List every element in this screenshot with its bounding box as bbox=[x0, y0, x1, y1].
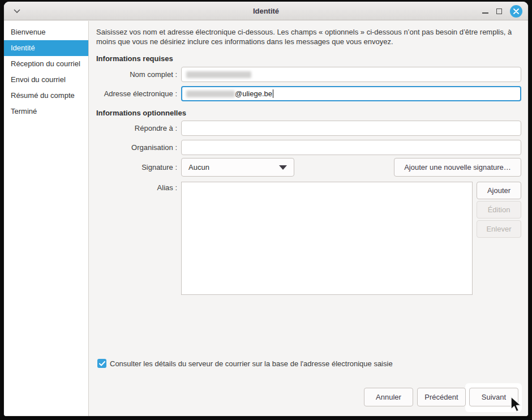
full-name-label: Nom complet : bbox=[92, 70, 177, 79]
email-domain-text: @uliege.be bbox=[235, 89, 272, 98]
section-optional-heading: Informations optionnelles bbox=[96, 109, 186, 117]
sidebar-item-termine[interactable]: Terminé bbox=[4, 104, 88, 119]
window-controls bbox=[482, 2, 522, 20]
alias-add-button[interactable]: Ajouter bbox=[477, 182, 521, 199]
signature-label: Signature : bbox=[92, 163, 177, 172]
text-caret bbox=[273, 89, 273, 98]
checkmark-icon bbox=[99, 361, 105, 366]
titlebar[interactable]: Identité bbox=[4, 2, 528, 20]
cancel-button[interactable]: Annuler bbox=[364, 388, 413, 406]
lookup-server-label[interactable]: Consulter les détails du serveur de cour… bbox=[110, 359, 393, 368]
wizard-window: Identité Bienvenue Identité Réception du… bbox=[4, 2, 528, 416]
add-signature-button[interactable]: Ajouter une nouvelle signature… bbox=[394, 158, 521, 177]
organization-input[interactable] bbox=[181, 140, 521, 155]
sidebar-item-envoi-courriel[interactable]: Envoi du courriel bbox=[4, 72, 88, 88]
redacted-email-local-part bbox=[186, 91, 235, 97]
sidebar-item-reception-courriel[interactable]: Réception du courriel bbox=[4, 56, 88, 72]
lookup-server-row: Consulter les détails du serveur de cour… bbox=[97, 359, 393, 368]
close-icon[interactable] bbox=[510, 5, 522, 18]
signature-selected-option: Aucun bbox=[188, 163, 209, 172]
sidebar-item-resume-compte[interactable]: Résumé du compte bbox=[4, 88, 88, 104]
alias-edit-button[interactable]: Édition bbox=[477, 201, 521, 218]
email-input[interactable]: @uliege.be bbox=[181, 86, 521, 101]
organization-label: Organisation : bbox=[92, 143, 177, 152]
full-name-input[interactable] bbox=[181, 67, 521, 82]
reply-to-label: Répondre à : bbox=[92, 124, 177, 132]
section-required-heading: Informations requises bbox=[96, 54, 173, 63]
alias-label: Alias : bbox=[92, 183, 177, 192]
alias-list[interactable] bbox=[181, 182, 473, 295]
sidebar-item-identite[interactable]: Identité bbox=[4, 40, 88, 56]
reply-to-input[interactable] bbox=[181, 121, 521, 136]
signature-dropdown[interactable]: Aucun bbox=[181, 158, 294, 177]
dropdown-arrow-icon bbox=[279, 165, 287, 170]
next-button[interactable]: Suivant bbox=[469, 388, 518, 406]
intro-text: Saisissez vos nom et adresse électroniqu… bbox=[96, 27, 527, 46]
redacted-full-name bbox=[186, 71, 251, 78]
sidebar-item-bienvenue[interactable]: Bienvenue bbox=[4, 24, 88, 40]
lookup-server-checkbox[interactable] bbox=[97, 359, 106, 368]
alias-remove-button[interactable]: Enlever bbox=[477, 220, 521, 238]
back-button[interactable]: Précédent bbox=[417, 388, 466, 406]
window-title: Identité bbox=[4, 7, 528, 15]
maximize-icon[interactable] bbox=[496, 8, 502, 14]
email-label: Adresse électronique : bbox=[92, 89, 177, 98]
wizard-steps-sidebar: Bienvenue Identité Réception du courriel… bbox=[4, 21, 89, 416]
minimize-icon[interactable] bbox=[482, 12, 488, 14]
